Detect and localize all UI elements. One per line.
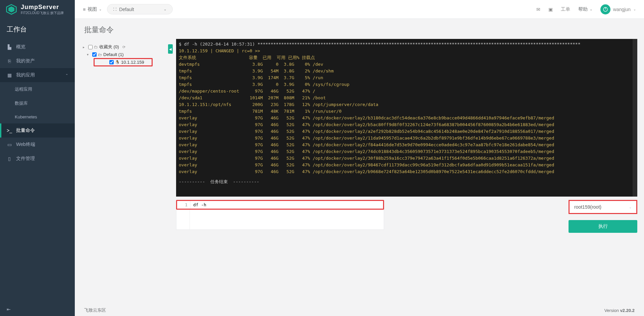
- page-title: 批量命令: [75, 19, 644, 39]
- command-input[interactable]: [191, 201, 383, 209]
- org-label: Default: [119, 7, 134, 12]
- nav-kubernetes[interactable]: Kubernetes: [0, 110, 75, 123]
- nav-label: Kubernetes: [15, 114, 37, 119]
- avatar: [600, 4, 610, 14]
- nav-label: 我的应用: [16, 72, 35, 78]
- user-menu[interactable]: wangjun ⌄: [600, 4, 636, 14]
- command-input-wrap: 1: [176, 200, 384, 210]
- chevron-down-icon: ⌄: [633, 7, 636, 11]
- chevron-down-icon: ⌄: [164, 7, 166, 11]
- nav-overview[interactable]: ▙ 概览: [0, 40, 75, 54]
- terminal-area: $ df -h (2022-04-14 10:57:31) **********…: [176, 39, 637, 302]
- tree-host[interactable]: 🐧 10.1.12.159: [94, 58, 153, 66]
- expand-icon: ▸: [83, 45, 87, 49]
- collapse-icon: ⇤: [7, 307, 11, 312]
- panel-collapse-handle[interactable]: ◀: [168, 44, 173, 54]
- run-as-select[interactable]: root159(root) ⌄: [569, 200, 637, 214]
- tree-label: Default (1): [103, 52, 124, 57]
- chevron-down-icon: ⌄: [590, 7, 592, 11]
- footer: 飞致云东区 Version v2.20.2: [75, 305, 644, 316]
- view-selector[interactable]: ≡ 视图 ⌄: [83, 6, 102, 12]
- logo-sub: FIT2CLOUD飞致云 旗下品牌: [21, 11, 64, 15]
- nav-label: 我的资产: [16, 58, 35, 64]
- nav-label: 批量命令: [16, 127, 35, 134]
- topbar: ≡ 视图 ⌄ ⸬ Default ⌄ ✉ ▣ 工单 帮助 ⌄: [75, 0, 644, 19]
- file-icon: ▯: [7, 156, 12, 161]
- nav-label: Web终端: [16, 142, 35, 148]
- main: ≡ 视图 ⌄ ⸬ Default ⌄ ✉ ▣ 工单 帮助 ⌄: [75, 0, 644, 316]
- nav-label: 文件管理: [16, 156, 35, 162]
- username: wangjun: [613, 7, 631, 12]
- sitemap-icon: ⸬: [113, 6, 116, 12]
- folder-icon: 🗀: [94, 45, 98, 49]
- collapse-icon: ▾: [87, 53, 91, 56]
- nav-my-apps[interactable]: ▦ 我的应用 ⌃: [0, 68, 75, 82]
- terminal-output[interactable]: $ df -h (2022-04-14 10:57:31) **********…: [176, 39, 637, 197]
- nav-remote-app[interactable]: 远程应用: [0, 82, 75, 96]
- logo-icon: [5, 3, 17, 15]
- logo-name: JumpServer: [21, 4, 64, 11]
- layout-icon[interactable]: ▣: [548, 7, 553, 12]
- tree-checkbox[interactable]: [88, 45, 93, 49]
- chevron-up-icon: ⌃: [65, 73, 68, 77]
- content: ▸ 🗀 收藏夹 (0) ⟳ ▾ 🗁 Default (1) 🐧 10.1.12.…: [75, 39, 644, 305]
- nav-database[interactable]: 数据库: [0, 96, 75, 110]
- footer-version: Version v2.20.2: [604, 308, 635, 313]
- tree-favorites[interactable]: ▸ 🗀 收藏夹 (0) ⟳: [83, 43, 171, 51]
- nav-batch-command[interactable]: >_ 批量命令: [0, 123, 75, 138]
- terminal-icon: >_: [7, 128, 12, 133]
- sidebar-title: 工作台: [0, 19, 75, 40]
- linux-icon: 🐧: [115, 60, 120, 64]
- command-editor-body[interactable]: [176, 210, 384, 230]
- tree-label: 收藏夹 (0): [99, 44, 119, 50]
- tree-default[interactable]: ▾ 🗁 Default (1): [83, 51, 171, 58]
- nav-file-manager[interactable]: ▯ 文件管理: [0, 152, 75, 166]
- power-icon: [603, 7, 608, 12]
- execute-button[interactable]: 执行: [569, 220, 637, 233]
- chevron-down-icon: ⌄: [629, 205, 632, 209]
- help-label: 帮助: [578, 6, 588, 12]
- run-as-label: root159(root): [574, 204, 601, 210]
- nav-label: 概览: [16, 44, 25, 50]
- tree-checkbox[interactable]: [109, 60, 114, 64]
- footer-region: 飞致云东区: [84, 307, 106, 313]
- nav-web-terminal[interactable]: ▭ Web终端: [0, 138, 75, 152]
- sidebar-collapse[interactable]: ⇤: [0, 303, 75, 316]
- chevron-down-icon: ⌄: [99, 7, 102, 11]
- nav-label: 数据库: [15, 100, 28, 106]
- chart-icon: ▙: [7, 44, 12, 50]
- window-icon: ▭: [7, 142, 12, 147]
- asset-tree: ▸ 🗀 收藏夹 (0) ⟳ ▾ 🗁 Default (1) 🐧 10.1.12.…: [82, 39, 172, 302]
- nav-label: 远程应用: [15, 86, 32, 92]
- help-menu[interactable]: 帮助 ⌄: [578, 6, 592, 12]
- tree-checkbox[interactable]: [92, 52, 97, 57]
- gutter-line-no: 1: [177, 201, 191, 209]
- svg-marker-1: [8, 6, 14, 12]
- asset-icon: ⎘: [7, 58, 12, 64]
- sidebar: JumpServer FIT2CLOUD飞致云 旗下品牌 工作台 ▙ 概览 ⎘ …: [0, 0, 75, 316]
- grid-icon: ▦: [7, 72, 12, 78]
- ticket-link[interactable]: 工单: [561, 6, 570, 12]
- folder-open-icon: 🗁: [98, 52, 102, 57]
- logo[interactable]: JumpServer FIT2CLOUD飞致云 旗下品牌: [0, 0, 75, 19]
- mail-icon[interactable]: ✉: [536, 7, 540, 12]
- org-selector[interactable]: ⸬ Default ⌄: [107, 4, 172, 14]
- refresh-icon[interactable]: ⟳: [122, 45, 125, 49]
- menu-icon: ≡: [83, 7, 86, 12]
- tree-host-label: 10.1.12.159: [121, 60, 144, 65]
- nav-my-assets[interactable]: ⎘ 我的资产: [0, 54, 75, 68]
- view-label: 视图: [88, 6, 97, 12]
